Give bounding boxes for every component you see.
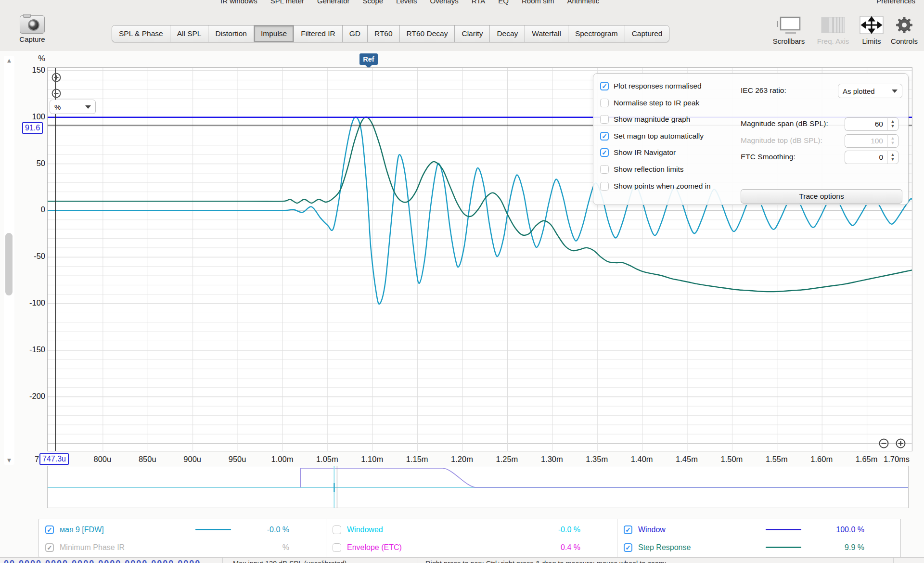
tab-spectrogram[interactable]: Spectrogram [568,26,625,42]
tab-waterfall[interactable]: Waterfall [525,26,568,42]
checkbox-show-ir-navigator[interactable]: ✓ [600,148,609,157]
menu-item-room-sim[interactable]: Room sim [522,0,554,5]
x-tick-label: 900u [183,455,201,464]
legend-checkbox[interactable]: ✓ [45,525,54,534]
legend-checkbox[interactable] [333,543,341,552]
mouse-hint: Right press to pan; Ctrl+right press & d… [425,560,667,563]
tab-rt60[interactable]: RT60 [368,26,400,42]
checkbox-label: Set magn top automatically [614,132,704,141]
etc-smoothing-value[interactable]: 0 [845,151,887,164]
tab-filtered-ir[interactable]: Filtered IR [294,26,343,42]
magnitude-span-value[interactable]: 60 [845,117,887,131]
tab-captured[interactable]: Captured [625,26,669,42]
y-cursor-value[interactable]: 91.6 [22,122,43,134]
y-tick-label: 0 [17,205,45,214]
freq-axis-label: Freq. Axis [812,37,854,45]
menu-item-spl-meter[interactable]: SPL meter [270,0,304,5]
controls-button[interactable]: Controls [888,14,920,45]
x-cursor-value[interactable]: 747.3u [39,453,69,465]
x-tick-label: 1.30m [541,455,563,464]
graph-controls-panel: ✓Plot responses normalisedNormalise step… [593,73,909,205]
tab-spl-phase[interactable]: SPL & Phase [112,26,170,42]
menu-item-preferences[interactable]: Preferences [876,0,915,5]
x-tick-label: 1.70ms [884,455,910,464]
checkbox-show-reflection-limits[interactable] [600,165,609,174]
legend-value: 0.4 % [561,543,580,552]
scroll-up-icon[interactable]: ▲ [4,57,14,64]
x-tick-label: 1.45m [676,455,698,464]
menu-item-arithmetic[interactable]: Arithmetic [567,0,599,5]
checkbox-plot-responses-normalised[interactable]: ✓ [600,82,609,90]
limits-button[interactable]: Limits [857,14,886,45]
menu-item-generator[interactable]: Generator [317,0,350,5]
y-unit-selector[interactable]: % [50,100,96,114]
x-tick-label: 950u [229,455,246,464]
magnitude-top-value: 100 [845,134,887,148]
legend-checkbox[interactable]: ✓ [624,525,632,534]
x-tick-label: 1.55m [766,455,788,464]
x-tick-label: 1.15m [406,455,428,464]
checkbox-label: Normalise step to IR peak [614,99,699,107]
menu-item-eq[interactable]: EQ [498,0,509,5]
tab-distortion[interactable]: Distortion [208,26,254,42]
checkbox-show-magnitude-graph[interactable] [600,115,609,124]
legend-line-swatch [195,529,231,530]
y-axis-unit: % [17,54,45,63]
iec-ratio-select[interactable]: As plotted [838,84,902,98]
scrollbar-thumb[interactable] [5,233,13,295]
legend-checkbox[interactable]: ✓ [624,543,632,552]
menu-item-ir-windows[interactable]: IR windows [220,0,257,5]
menu-item-overlays[interactable]: Overlays [430,0,458,5]
legend-line-swatch [766,547,801,548]
spinner-arrows-icon[interactable]: ▲▼ [887,117,898,131]
legend-column: ✓Window100.0 %✓Step Response9.9 % [617,519,901,557]
menu-item-scope[interactable]: Scope [363,0,384,5]
checkbox-label: Plot responses normalised [614,82,702,90]
chevron-down-icon [85,105,91,112]
legend-checkbox[interactable] [333,525,341,534]
tab-clarity[interactable]: Clarity [455,26,490,42]
scrollbars-button[interactable]: Scrollbars [768,14,809,45]
trace-options-button[interactable]: Trace options [741,189,902,204]
magnitude-span-label: Magnitude span (dB SPL): [741,119,828,128]
zoom-out-y-button[interactable] [51,89,61,98]
limits-icon [857,14,886,36]
x-tick-label: 1.50m [720,455,743,464]
x-tick-cut-label: 7 [35,455,39,464]
y-tick-label: 50 [17,159,45,168]
legend-row-minimum-phase-ir: ✓Minimum Phase IR% [39,538,326,556]
menu-item-levels[interactable]: Levels [396,0,417,5]
vertical-scrollbar[interactable]: ▲ ▼ [4,56,14,465]
zoom-in-y-button[interactable] [51,73,61,82]
legend-row-envelope-etc-: Envelope (ETC)0.4 % [326,538,617,556]
tab-impulse[interactable]: Impulse [254,26,294,42]
legend-checkbox[interactable]: ✓ [45,543,54,552]
etc-smoothing-spinner[interactable]: 0 ▲▼ [845,151,898,164]
zoom-out-x-button[interactable] [879,438,888,448]
scrollbars-label: Scrollbars [768,37,809,45]
scroll-down-icon[interactable]: ▼ [4,457,14,464]
spinner-arrows-icon[interactable]: ▲▼ [887,151,898,164]
capture-button[interactable]: Capture [13,15,51,43]
legend-column: ✓мая 9 [FDW]-0.0 %✓Minimum Phase IR% [39,519,326,557]
magnitude-span-spinner[interactable]: 60 ▲▼ [845,117,898,131]
ref-marker[interactable]: Ref [359,53,378,65]
toolbar: Capture SPL & PhaseAll SPLDistortionImpu… [0,7,924,51]
checkbox-normalise-step-to-ir-peak[interactable] [600,99,609,107]
tab-decay[interactable]: Decay [490,26,525,42]
legend-label: Step Response [638,543,691,552]
etc-smoothing-label: ETC Smoothing: [741,153,796,161]
y-tick-label: 150 [17,65,45,75]
tab-all-spl[interactable]: All SPL [170,26,209,42]
tab-rt60-decay[interactable]: RT60 Decay [400,26,455,42]
controls-label: Controls [888,37,920,45]
ir-navigator[interactable] [47,466,909,508]
legend-value: -0.0 % [267,525,289,534]
legend-label: мая 9 [FDW] [60,525,104,534]
checkbox-set-magn-top-automatically[interactable]: ✓ [600,132,609,141]
x-tick-label: 1.25m [496,455,518,464]
menu-item-rta[interactable]: RTA [472,0,486,5]
zoom-in-x-button[interactable] [896,438,905,448]
checkbox-show-points-when-zoomed-in[interactable] [600,182,609,191]
tab-gd[interactable]: GD [343,26,368,42]
